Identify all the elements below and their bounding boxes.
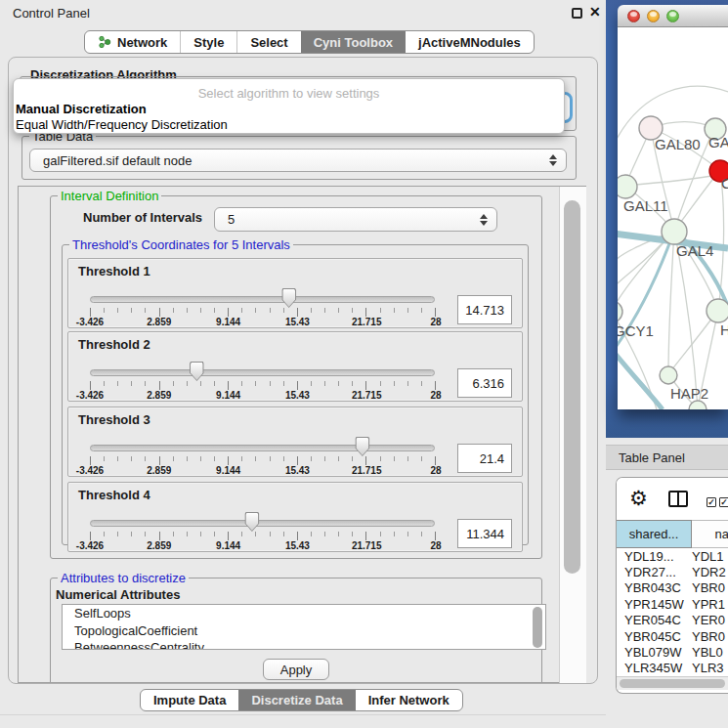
list-scrollbar[interactable] xyxy=(533,607,542,648)
float-window-icon[interactable] xyxy=(572,8,582,19)
viewport-scrollbar-thumb[interactable] xyxy=(564,200,580,574)
page-title: Control Panel xyxy=(13,6,90,21)
slider-tick-labels: -3.4262.8599.14415.4321.71528 xyxy=(90,317,436,328)
threshold-2-value-field[interactable]: 6.316 xyxy=(457,368,512,398)
threshold-3-value-field[interactable]: 21.4 xyxy=(457,444,512,473)
column-header-shared-name[interactable]: shared... xyxy=(617,520,692,548)
gear-icon[interactable]: ⚙ xyxy=(629,488,648,508)
tab-network[interactable]: Network xyxy=(85,31,180,53)
thresholds-group-label: Threshold's Coordinates for 5 Intervals xyxy=(69,237,293,252)
threshold-1-slider-thumb[interactable] xyxy=(281,288,296,308)
algorithm-option-manual[interactable]: Manual Discretization xyxy=(16,102,147,116)
threshold-1-value-field[interactable]: 14.713 xyxy=(457,295,512,324)
checkbox-icon[interactable]: ✓ xyxy=(719,497,728,507)
control-panel-titlebar: Control Panel ✕ xyxy=(0,0,606,25)
zoom-traffic-light-icon[interactable] xyxy=(666,10,679,22)
table-row[interactable]: YDL19...YDL1 xyxy=(617,548,728,564)
tab-impute-data[interactable]: Impute Data xyxy=(141,690,238,710)
node-label: GAL4 xyxy=(676,242,713,259)
threshold-1-panel: Threshold 1 -3.4262.8599.14415.4321.7152… xyxy=(67,258,523,328)
table-toolbar: ⚙ ✓ ✓ xyxy=(617,478,728,520)
tab-infer-network[interactable]: Infer Network xyxy=(356,690,462,710)
node-label: C xyxy=(721,175,728,192)
node-gal4 xyxy=(662,219,687,244)
slider-tick-labels: -3.4262.8599.14415.4321.71528 xyxy=(90,540,436,552)
number-of-intervals-combobox[interactable]: 5 xyxy=(214,207,497,232)
threshold-2-panel: Threshold 2 -3.4262.8599.14415.4321.7152… xyxy=(67,331,523,402)
network-window-titlebar[interactable] xyxy=(618,5,728,27)
node-gal11 xyxy=(618,175,637,198)
node-label: GA xyxy=(708,134,728,150)
numerical-attributes-label: Numerical Attributes xyxy=(56,587,180,602)
tab-network-label: Network xyxy=(117,35,167,50)
algorithm-option-equal-width[interactable]: Equal Width/Frequency Discretization xyxy=(16,117,228,132)
table-body: YDL19...YDL1 YDR27...YDR2 YBR043CYBR0 YP… xyxy=(617,548,728,676)
node-label: GAL11 xyxy=(623,197,668,214)
numerical-attributes-list[interactable]: SelfLoops TopologicalCoefficient Between… xyxy=(62,604,546,650)
node-label: GCY1 xyxy=(618,322,654,339)
threshold-1-slider-track[interactable] xyxy=(90,296,435,303)
table-row[interactable]: YBR043CYBR0 xyxy=(617,580,728,596)
list-item[interactable]: TopologicalCoefficient xyxy=(63,622,545,640)
table-horizontal-scrollbar-thumb[interactable] xyxy=(620,679,725,688)
table-row[interactable]: YDR27...YDR2 xyxy=(617,564,728,579)
table-panel-title: Table Panel xyxy=(619,450,685,465)
threshold-4-slider-track[interactable] xyxy=(90,520,435,527)
tab-discretize-data[interactable]: Discretize Data xyxy=(238,690,355,710)
column-layout-icon[interactable] xyxy=(668,491,688,507)
threshold-3-slider-track[interactable] xyxy=(90,445,435,451)
table-header-row: shared... na xyxy=(617,520,728,548)
table-panel: ⚙ ✓ ✓ shared... na YDL19...YDL1 YDR27...… xyxy=(616,477,728,694)
tab-jactivemnodules[interactable]: jActiveMNodules xyxy=(406,31,534,53)
threshold-4-panel: Threshold 4 -3.4262.8599.14415.4321.7152… xyxy=(67,482,523,552)
threshold-1-label: Threshold 1 xyxy=(78,264,150,278)
network-canvas[interactable]: GAL80 GA C GAL11 GAL4 GCY1 H HAP2 xyxy=(618,27,728,409)
list-item[interactable]: BetweennessCentrality xyxy=(63,639,545,650)
list-item[interactable]: SelfLoops xyxy=(63,605,545,622)
cyni-bottom-tabstrip: Impute Data Discretize Data Infer Networ… xyxy=(140,689,463,711)
apply-button[interactable]: Apply xyxy=(263,659,329,680)
node-label: HAP2 xyxy=(670,385,708,402)
slider-tick-labels: -3.4262.8599.14415.4321.71528 xyxy=(90,390,436,402)
checkbox-icon[interactable]: ✓ xyxy=(707,497,716,507)
table-row[interactable]: YER054CYER0 xyxy=(617,613,728,628)
threshold-3-slider-thumb[interactable] xyxy=(355,437,369,456)
network-graph: GAL80 GA C GAL11 GAL4 GCY1 H HAP2 xyxy=(618,27,728,409)
table-data-selected: galFiltered.sif default node xyxy=(43,153,192,168)
table-data-combobox[interactable]: galFiltered.sif default node xyxy=(29,149,567,172)
tab-select[interactable]: Select xyxy=(236,31,300,53)
minimize-traffic-light-icon[interactable] xyxy=(647,10,660,22)
threshold-4-slider-thumb[interactable] xyxy=(244,512,259,532)
node-gcy1 xyxy=(618,301,622,322)
table-row[interactable]: YBL079WYBL0 xyxy=(617,644,728,660)
settings-scroll-viewport: Interval Definition Number of Intervals … xyxy=(18,186,586,683)
node-hap2 xyxy=(660,366,677,384)
combo-stepper-icon xyxy=(549,154,557,166)
table-row[interactable]: YPR145WYPR1 xyxy=(617,596,728,612)
number-of-intervals-label: Number of Intervals xyxy=(83,210,202,225)
close-traffic-light-icon[interactable] xyxy=(627,10,640,22)
network-icon xyxy=(98,35,111,49)
tab-style[interactable]: Style xyxy=(180,31,236,53)
threshold-4-label: Threshold 4 xyxy=(78,488,150,502)
slider-tick-labels: -3.4262.8599.14415.4321.71528 xyxy=(90,465,436,477)
node-label: GAL80 xyxy=(655,136,701,152)
algorithm-dropdown-popup: Select algorithm to view settings Manual… xyxy=(13,78,565,134)
table-row[interactable]: YLR345WYLR3 xyxy=(617,661,728,676)
tab-cyni-toolbox[interactable]: Cyni Toolbox xyxy=(301,31,406,53)
node-h xyxy=(707,299,728,322)
close-icon[interactable]: ✕ xyxy=(589,4,601,20)
table-horizontal-scrollbar[interactable] xyxy=(617,676,728,690)
column-header-name[interactable]: na xyxy=(692,520,728,548)
interval-definition-group-label: Interval Definition xyxy=(58,189,161,203)
network-window: GAL80 GA C GAL11 GAL4 GCY1 H HAP2 xyxy=(618,5,728,409)
combo-stepper-icon xyxy=(480,214,488,226)
threshold-3-panel: Threshold 3 -3.4262.8599.14415.4321.7152… xyxy=(67,407,523,477)
threshold-3-label: Threshold 3 xyxy=(78,412,150,427)
table-panel-header: Table Panel xyxy=(606,445,728,470)
table-row[interactable]: YBR045CYBR0 xyxy=(617,628,728,644)
divider xyxy=(0,714,606,715)
threshold-4-value-field[interactable]: 11.344 xyxy=(457,519,512,548)
threshold-2-slider-track[interactable] xyxy=(90,369,435,376)
threshold-2-slider-thumb[interactable] xyxy=(190,362,204,381)
